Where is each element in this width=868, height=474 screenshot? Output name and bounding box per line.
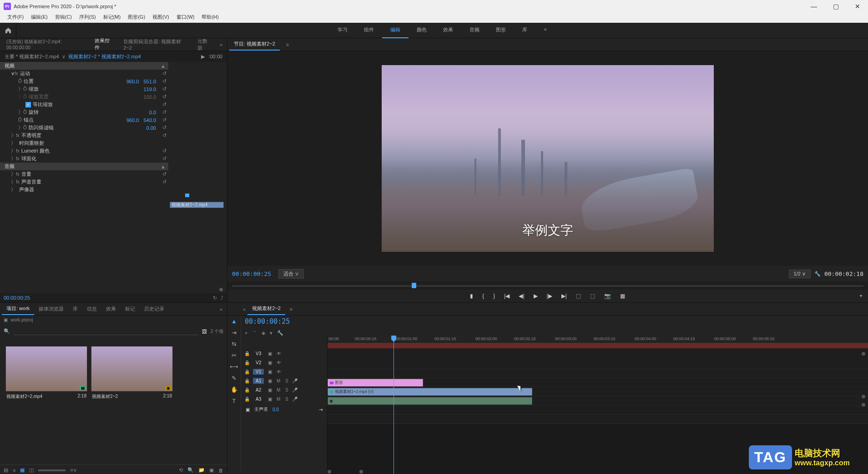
ws-effects[interactable]: 效果 (435, 22, 461, 38)
tab-source[interactable]: (无剪辑) 视频素材2~2.mp4: 00:00:00:00 (2, 36, 90, 52)
extract-icon[interactable]: ⬚ (588, 293, 597, 299)
menu-marker[interactable]: 标记(M) (100, 13, 125, 23)
tab-info[interactable]: 信息 (82, 303, 101, 315)
prop-anchor[interactable]: Ŏ锚点960.0540.0↺ (0, 116, 168, 124)
goto-out-icon[interactable]: ▶| (560, 293, 569, 299)
track-v3[interactable] (328, 370, 868, 378)
track-header-a3[interactable]: 🔒A3▣MS🎤 (241, 395, 327, 403)
program-scrubber[interactable] (227, 281, 868, 290)
program-menu-icon[interactable]: ≡ (283, 42, 292, 47)
step-fwd-icon[interactable]: |▶ (545, 293, 554, 299)
tab-audio-mixer[interactable]: 音频剪辑混合器: 视频素材2~2 (119, 36, 193, 53)
goto-in-icon[interactable]: |◀ (502, 293, 511, 299)
source-overflow-icon[interactable]: » (217, 42, 225, 47)
fx-panner[interactable]: 〉 声像器 (0, 186, 168, 194)
menu-edit[interactable]: 编辑(E) (27, 13, 51, 23)
zoom-slider[interactable] (38, 469, 66, 471)
fx-opacity[interactable]: 〉fx不透明度↺ (0, 132, 168, 139)
bin-view-icon[interactable]: 🖼 (202, 329, 207, 334)
track-v1[interactable]: 视频素材2~2.mp4 [V] (328, 388, 868, 397)
item-thumbnail[interactable]: ▣ (91, 346, 173, 392)
ws-library[interactable]: 库 (514, 22, 535, 38)
timeline-playhead[interactable] (394, 336, 394, 474)
track-header-a1[interactable]: 🔒A1▣MS🎤 (241, 377, 327, 385)
new-icon[interactable]: ▣ (209, 467, 214, 473)
fx-motion[interactable]: ∨fx运动↺ (0, 70, 168, 77)
track-a3[interactable] (328, 415, 868, 424)
delete-icon[interactable]: 🗑 (218, 468, 223, 473)
scrubber-playhead[interactable] (412, 283, 416, 288)
v-scroll-handle[interactable] (862, 395, 865, 398)
prop-antiflicker[interactable]: 〉Ŏ防闪烁滤镜0.00↺ (0, 124, 168, 132)
v-scroll-handle[interactable] (862, 403, 865, 407)
zoom-fit-dropdown[interactable]: 适合 ∨ (278, 269, 304, 279)
clip-graphic[interactable]: 图形 (328, 379, 423, 387)
prop-uniform-scale[interactable]: ✓等比缩放↺ (0, 101, 168, 108)
tab-effects[interactable]: 效果 (101, 303, 121, 315)
master-clip-label[interactable]: 主要 * 视频素材2~2.mp4 (5, 53, 59, 60)
track-v2[interactable]: 图形 (328, 379, 868, 387)
project-overflow-icon[interactable]: » (217, 306, 225, 312)
prop-rotation[interactable]: 〉Ŏ旋转0.0↺ (0, 108, 168, 116)
track-header-a2[interactable]: 🔒A2▣MS🎤 (241, 386, 327, 394)
program-timecode[interactable]: 00:00:00:25 (232, 270, 271, 277)
menu-clip[interactable]: 剪辑(C) (51, 13, 76, 23)
ws-edit[interactable]: 编辑 (382, 22, 409, 38)
tab-markers[interactable]: 标记 (121, 303, 140, 315)
ws-graphics[interactable]: 图形 (488, 22, 514, 38)
new-bin-icon[interactable]: 📁 (198, 467, 205, 473)
resolution-dropdown[interactable]: 1/2 ∨ (789, 270, 811, 278)
tab-prev-icon[interactable]: « (241, 304, 247, 314)
ws-color[interactable]: 颜色 (409, 22, 435, 38)
marker-icon[interactable]: ▮ (468, 293, 475, 299)
master-track[interactable]: ▣主声道0.0⇥ (241, 404, 327, 414)
prop-position[interactable]: Ŏ位置960.0551.0↺ (0, 77, 168, 85)
export-frame-icon[interactable]: ⤴ (221, 295, 223, 301)
program-monitor[interactable]: 举例文字 (227, 51, 868, 266)
tab-library[interactable]: 库 (68, 303, 82, 315)
lift-icon[interactable]: ⬚ (574, 293, 583, 299)
settings-icon[interactable]: 🔧 (814, 271, 821, 277)
track-header-v1[interactable]: 🔒V1▣👁 (241, 367, 327, 376)
play-tri-icon[interactable]: ▶ (201, 54, 205, 60)
timeline-ruler[interactable]: :00:00 00:00:00:15 00:00:01:00 00:00:01:… (328, 336, 868, 348)
fx-volume[interactable]: 〉fx音量↺ (0, 170, 168, 178)
h-scroll[interactable] (328, 470, 364, 474)
menu-graphics[interactable]: 图形(G) (124, 13, 149, 23)
v-scroll-handle[interactable] (862, 352, 865, 356)
home-icon[interactable] (0, 23, 16, 38)
camera-icon[interactable]: 📷 (602, 293, 613, 299)
clip-audio[interactable] (328, 397, 532, 405)
mini-clip[interactable]: 视频素材2~2.mp4 (170, 202, 224, 208)
tab-media-browser[interactable]: 媒体浏览器 (34, 303, 68, 315)
maximize-button[interactable]: ▢ (829, 3, 843, 10)
fx-channel-volume[interactable]: 〉fx声道音量↺ (0, 178, 168, 186)
project-item[interactable]: ▮▮ 视频素材2~2.mp42:18 (5, 346, 87, 402)
seq-clip-label[interactable]: 视频素材2~2 * 视频素材2~2.mp4 (68, 53, 141, 60)
search-icon[interactable]: 🔍 (4, 328, 10, 335)
search-input[interactable] (14, 328, 198, 335)
menu-sequence[interactable]: 序列(S) (76, 13, 100, 23)
fx-timeremap[interactable]: 〉 时间重映射 (0, 139, 168, 147)
tab-project[interactable]: 项目: work (2, 303, 34, 315)
tab-sequence[interactable]: 视频素材2~2 (247, 303, 285, 315)
sort-icon[interactable]: ≡∨ (70, 467, 76, 473)
step-back-icon[interactable]: ◀| (517, 293, 526, 299)
auto-icon[interactable]: ⟲ (179, 467, 183, 473)
loop-icon[interactable]: ↻ (213, 295, 217, 301)
menu-help[interactable]: 帮助(H) (198, 13, 222, 23)
scroll-handle[interactable] (219, 288, 223, 291)
icon-view-icon[interactable]: ▦ (20, 467, 25, 473)
minimize-button[interactable]: — (807, 3, 821, 10)
selection-tool-icon[interactable]: ▲ (228, 316, 241, 327)
source-timecode[interactable]: 00:00:00:25 (4, 295, 30, 301)
fx-spherize[interactable]: 〉fx球面化↺ (0, 155, 168, 163)
ws-overflow-icon[interactable]: » (535, 22, 555, 38)
menu-file[interactable]: 文件(F) (4, 13, 27, 23)
track-header-v2[interactable]: 🔒V2▣👁 (241, 358, 327, 367)
item-thumbnail[interactable]: ▮▮ (5, 346, 87, 392)
menu-window[interactable]: 窗口(W) (173, 13, 198, 23)
tab-program[interactable]: 节目: 视频素材2~2 (229, 38, 280, 51)
compare-icon[interactable]: ▦ (618, 293, 627, 299)
track-a1[interactable] (328, 397, 868, 406)
